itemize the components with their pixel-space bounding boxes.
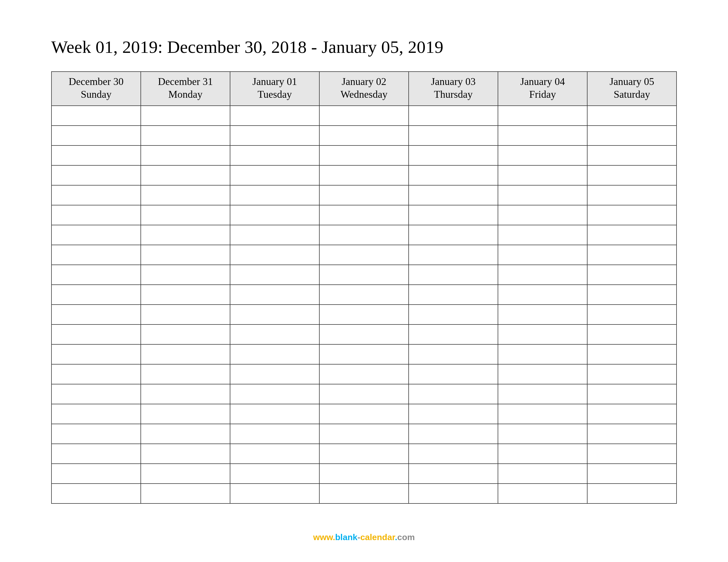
empty-cell	[319, 205, 409, 225]
empty-cell	[409, 304, 498, 324]
empty-cell	[141, 304, 230, 324]
empty-cell	[498, 384, 587, 404]
empty-cell	[51, 185, 141, 205]
col-header-wednesday: January 02 Wednesday	[319, 72, 409, 106]
empty-cell	[319, 245, 409, 265]
empty-cell	[230, 444, 319, 464]
empty-cell	[51, 245, 141, 265]
empty-cell	[319, 424, 409, 444]
empty-cell	[498, 444, 587, 464]
empty-cell	[141, 424, 230, 444]
empty-cell	[587, 265, 677, 285]
empty-cell	[409, 265, 498, 285]
empty-cell	[141, 324, 230, 344]
empty-cell	[230, 484, 319, 503]
empty-cell	[51, 384, 141, 404]
footer-url: www.blank-calendar.com	[0, 532, 728, 542]
empty-cell	[498, 165, 587, 185]
col-header-tuesday: January 01 Tuesday	[230, 72, 319, 106]
empty-cell	[141, 404, 230, 424]
empty-cell	[51, 344, 141, 364]
empty-cell	[409, 424, 498, 444]
empty-cell	[230, 344, 319, 364]
table-row	[51, 324, 677, 344]
empty-cell	[587, 106, 677, 126]
empty-cell	[141, 146, 230, 165]
empty-cell	[51, 225, 141, 245]
empty-cell	[319, 285, 409, 304]
empty-cell	[587, 404, 677, 424]
empty-cell	[319, 165, 409, 185]
empty-cell	[587, 205, 677, 225]
empty-cell	[409, 364, 498, 384]
footer-www: www.	[313, 532, 335, 542]
empty-cell	[587, 185, 677, 205]
empty-cell	[409, 444, 498, 464]
empty-cell	[51, 126, 141, 146]
empty-cell	[51, 484, 141, 503]
empty-cell	[409, 384, 498, 404]
empty-cell	[498, 225, 587, 245]
empty-cell	[230, 285, 319, 304]
empty-cell	[498, 424, 587, 444]
empty-cell	[230, 126, 319, 146]
empty-cell	[498, 324, 587, 344]
empty-cell	[498, 304, 587, 324]
col-date: January 05	[589, 75, 675, 88]
empty-cell	[409, 285, 498, 304]
col-day: Sunday	[53, 88, 139, 101]
empty-cell	[319, 324, 409, 344]
empty-cell	[230, 106, 319, 126]
empty-cell	[587, 304, 677, 324]
empty-cell	[319, 444, 409, 464]
empty-cell	[319, 464, 409, 484]
table-row	[51, 464, 677, 484]
empty-cell	[587, 464, 677, 484]
empty-cell	[51, 205, 141, 225]
empty-cell	[230, 225, 319, 245]
table-row	[51, 285, 677, 304]
page-title: Week 01, 2019: December 30, 2018 - Janua…	[51, 37, 677, 57]
empty-cell	[319, 126, 409, 146]
empty-cell	[319, 185, 409, 205]
header-row: December 30 Sunday December 31 Monday Ja…	[51, 72, 677, 106]
table-row	[51, 245, 677, 265]
empty-cell	[141, 285, 230, 304]
empty-cell	[51, 106, 141, 126]
empty-cell	[498, 364, 587, 384]
empty-cell	[230, 265, 319, 285]
empty-cell	[319, 344, 409, 364]
empty-cell	[498, 205, 587, 225]
empty-cell	[141, 484, 230, 503]
empty-cell	[51, 464, 141, 484]
empty-cell	[319, 484, 409, 503]
table-row	[51, 126, 677, 146]
empty-cell	[498, 245, 587, 265]
col-header-thursday: January 03 Thursday	[409, 72, 498, 106]
empty-cell	[230, 324, 319, 344]
empty-cell	[587, 225, 677, 245]
table-row	[51, 404, 677, 424]
table-row	[51, 444, 677, 464]
table-row	[51, 304, 677, 324]
table-row	[51, 484, 677, 503]
col-day: Monday	[142, 88, 229, 101]
empty-cell	[141, 106, 230, 126]
empty-cell	[319, 146, 409, 165]
empty-cell	[51, 265, 141, 285]
empty-cell	[51, 444, 141, 464]
empty-cell	[51, 285, 141, 304]
calendar-body	[51, 106, 677, 503]
col-date: December 30	[53, 75, 139, 88]
empty-cell	[498, 146, 587, 165]
table-row	[51, 146, 677, 165]
empty-cell	[409, 344, 498, 364]
empty-cell	[319, 265, 409, 285]
empty-cell	[141, 185, 230, 205]
empty-cell	[230, 404, 319, 424]
table-row	[51, 265, 677, 285]
footer-dot: .	[395, 532, 397, 542]
empty-cell	[230, 185, 319, 205]
table-row	[51, 106, 677, 126]
empty-cell	[230, 146, 319, 165]
